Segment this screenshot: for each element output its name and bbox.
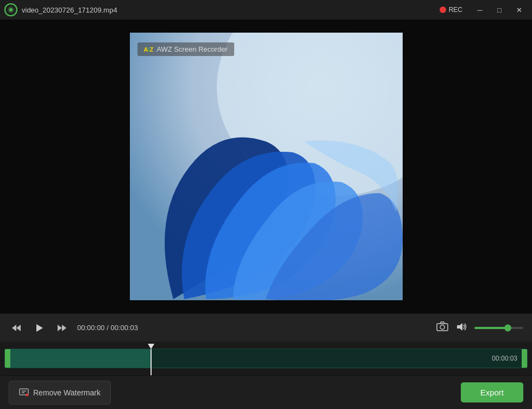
svg-point-11	[440, 325, 445, 330]
remove-watermark-button[interactable]: Remove Watermark	[9, 381, 111, 405]
remove-watermark-label: Remove Watermark	[33, 388, 101, 397]
video-area: AIZ AWZ Screen Recorder	[0, 20, 532, 313]
timeline-track[interactable]: 00:00:03	[4, 349, 528, 368]
bottom-bar: Remove Watermark Export	[0, 375, 532, 409]
svg-marker-12	[457, 323, 462, 331]
close-button[interactable]: ✕	[510, 3, 528, 16]
player-controls: 00:00:00 / 00:00:03	[0, 313, 532, 342]
rec-indicator: REC	[440, 6, 462, 14]
timeline-end-time: 00:00:03	[492, 355, 517, 362]
video-frame: AIZ AWZ Screen Recorder	[130, 33, 403, 300]
rec-label: REC	[449, 6, 462, 14]
svg-marker-9	[62, 325, 66, 331]
timeline-left-handle[interactable]	[5, 349, 10, 368]
watermark-logo: AIZ	[144, 46, 154, 53]
timeline-right-handle[interactable]	[522, 349, 527, 368]
volume-fill	[474, 327, 508, 329]
svg-marker-7	[36, 324, 43, 332]
timeline-area: 00:00:03	[0, 342, 532, 375]
svg-marker-5	[12, 325, 16, 331]
svg-marker-6	[16, 325, 21, 331]
remove-watermark-icon	[19, 387, 29, 399]
app-logo-icon	[4, 3, 17, 16]
video-canvas	[130, 33, 403, 300]
screenshot-button[interactable]	[436, 321, 448, 334]
volume-slider[interactable]	[474, 327, 523, 329]
thumb-line	[151, 349, 152, 375]
window-title: video_20230726_171209.mp4	[22, 6, 440, 14]
svg-point-2	[9, 8, 12, 11]
minimize-button[interactable]: ─	[471, 3, 489, 16]
rewind-button[interactable]	[9, 320, 24, 336]
timeline-thumb[interactable]	[148, 344, 154, 375]
thumb-arrow-icon	[148, 344, 154, 349]
title-bar: video_20230726_171209.mp4 REC ─ □ ✕	[0, 0, 532, 20]
play-button[interactable]	[32, 320, 47, 336]
time-display: 00:00:00 / 00:00:03	[77, 324, 138, 332]
export-button[interactable]: Export	[461, 382, 523, 402]
timeline-filled	[5, 349, 151, 368]
watermark-overlay: AIZ AWZ Screen Recorder	[137, 42, 234, 56]
volume-thumb[interactable]	[504, 324, 511, 331]
fast-forward-button[interactable]	[54, 320, 70, 336]
volume-button[interactable]	[456, 322, 467, 334]
window-controls: REC ─ □ ✕	[440, 3, 528, 16]
svg-marker-8	[58, 325, 62, 331]
maximize-button[interactable]: □	[491, 3, 508, 16]
export-label: Export	[480, 388, 504, 397]
rec-dot-icon	[440, 7, 446, 13]
watermark-text: AWZ Screen Recorder	[157, 45, 227, 53]
